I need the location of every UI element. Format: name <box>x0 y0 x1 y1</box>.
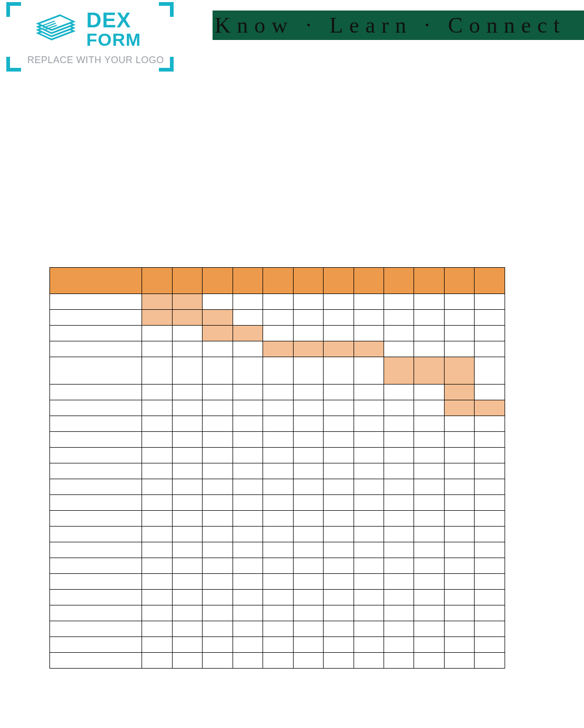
month-cell <box>384 357 414 385</box>
month-cell <box>324 357 354 385</box>
month-cell <box>444 463 474 479</box>
month-cell <box>475 574 505 590</box>
task-label-cell <box>50 527 142 542</box>
month-cell <box>414 637 444 653</box>
month-cell <box>233 590 263 605</box>
month-cell <box>354 479 384 495</box>
month-cell <box>354 341 384 357</box>
month-cell <box>384 479 414 495</box>
month-cell <box>263 605 293 621</box>
month-cell <box>233 385 263 400</box>
month-cell <box>203 495 233 511</box>
month-cell <box>444 574 474 590</box>
month-cell <box>203 294 233 310</box>
task-label-cell <box>50 479 142 495</box>
month-cell <box>354 574 384 590</box>
month-cell <box>172 605 202 621</box>
month-cell <box>414 653 444 669</box>
month-cell <box>324 448 354 463</box>
month-cell <box>293 542 323 558</box>
task-label-cell <box>50 400 142 416</box>
month-cell <box>172 341 202 357</box>
month-cell <box>233 495 263 511</box>
header-month <box>263 268 293 294</box>
month-cell <box>233 416 263 432</box>
month-cell <box>263 341 293 357</box>
banner: Know · Learn · Connect <box>213 11 584 40</box>
month-cell <box>414 479 444 495</box>
month-cell <box>233 637 263 653</box>
month-cell <box>203 590 233 605</box>
month-cell <box>384 432 414 448</box>
month-cell <box>172 310 202 326</box>
month-cell <box>142 605 172 621</box>
month-cell <box>142 511 172 527</box>
task-label-cell <box>50 385 142 400</box>
month-cell <box>384 542 414 558</box>
month-cell <box>384 385 414 400</box>
month-cell <box>263 416 293 432</box>
month-cell <box>293 479 323 495</box>
month-cell <box>203 432 233 448</box>
month-cell <box>324 479 354 495</box>
month-cell <box>172 400 202 416</box>
month-cell <box>414 511 444 527</box>
header-row <box>50 268 505 294</box>
month-cell <box>233 357 263 385</box>
month-cell <box>172 385 202 400</box>
month-cell <box>414 310 444 326</box>
month-cell <box>354 653 384 669</box>
month-cell <box>172 653 202 669</box>
month-cell <box>172 542 202 558</box>
table-row <box>50 463 505 479</box>
month-cell <box>293 310 323 326</box>
logo-text: DEX FORM <box>86 9 141 48</box>
month-cell <box>444 416 474 432</box>
month-cell <box>354 310 384 326</box>
month-cell <box>354 432 384 448</box>
month-cell <box>475 621 505 637</box>
month-cell <box>293 341 323 357</box>
table-row <box>50 294 505 310</box>
month-cell <box>414 558 444 574</box>
month-cell <box>142 463 172 479</box>
month-cell <box>142 558 172 574</box>
month-cell <box>354 495 384 511</box>
task-label-cell <box>50 310 142 326</box>
task-label-cell <box>50 590 142 605</box>
month-cell <box>354 621 384 637</box>
month-cell <box>414 590 444 605</box>
corner-tr <box>159 2 174 17</box>
month-cell <box>444 357 474 385</box>
month-cell <box>233 479 263 495</box>
month-cell <box>414 621 444 637</box>
month-cell <box>172 479 202 495</box>
month-cell <box>475 637 505 653</box>
month-cell <box>324 558 354 574</box>
month-cell <box>324 511 354 527</box>
month-cell <box>324 432 354 448</box>
gantt-table <box>49 267 505 669</box>
month-cell <box>233 653 263 669</box>
table-head <box>50 268 505 294</box>
month-cell <box>384 605 414 621</box>
task-label-cell <box>50 495 142 511</box>
task-label-cell <box>50 357 142 385</box>
month-cell <box>172 637 202 653</box>
banner-text: Know · Learn · Connect <box>215 13 566 38</box>
month-cell <box>293 448 323 463</box>
month-cell <box>233 463 263 479</box>
month-cell <box>444 542 474 558</box>
month-cell <box>414 416 444 432</box>
header-month <box>324 268 354 294</box>
month-cell <box>384 637 414 653</box>
month-cell <box>142 448 172 463</box>
month-cell <box>384 621 414 637</box>
table-row <box>50 400 505 416</box>
table-row <box>50 357 505 385</box>
month-cell <box>172 326 202 341</box>
month-cell <box>475 385 505 400</box>
month-cell <box>414 385 444 400</box>
month-cell <box>475 495 505 511</box>
month-cell <box>475 310 505 326</box>
